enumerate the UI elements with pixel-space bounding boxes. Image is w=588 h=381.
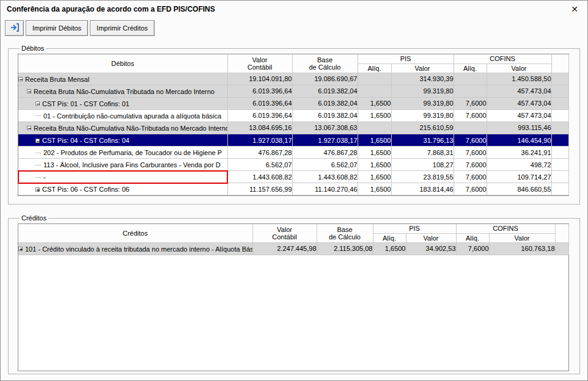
dialog-window: Conferência da apuração de acordo com a … <box>0 0 588 381</box>
print-credits-button[interactable]: Imprimir Créditos <box>90 20 155 36</box>
collapse-icon[interactable] <box>27 89 31 93</box>
tree-cell[interactable]: 01 - Contribuição não-cumulativa apurada… <box>18 109 227 122</box>
tree-cell[interactable]: CST Pis: 06 - CST Cofins: 06 <box>18 183 227 195</box>
base-calculo-cell: 19.086.690,67 <box>292 73 358 85</box>
tree-cell[interactable]: Receita Bruta Não-Cumulativa Tributada n… <box>18 85 227 97</box>
collapse-icon[interactable] <box>35 139 40 143</box>
valor-contabil-cell: 6.019.396,64 <box>227 109 292 122</box>
cofins-valor-cell: 457.473,04 <box>487 85 551 97</box>
pis-aliq-cell: 1,6500 <box>373 242 406 255</box>
base-calculo-cell: 6.562,07 <box>292 159 358 171</box>
tree-cell[interactable]: 202 - Produtos de Perfumaria, de Toucado… <box>18 147 227 159</box>
table-row[interactable]: Receita Bruta Não-Cumulativa Tributada n… <box>18 85 568 97</box>
table-row[interactable]: Receita Bruta Não-Cumulativa Não-Tributa… <box>18 122 568 134</box>
row-label: 01 - Contribuição não-cumulativa apurada… <box>43 112 221 120</box>
tree-branch-line <box>35 177 41 178</box>
col-header-cofins: COFINS <box>454 54 551 64</box>
table-row[interactable]: 101 - Crédito vinculado à receita tribut… <box>18 242 568 255</box>
pis-aliq-cell: 1,6500 <box>358 159 391 171</box>
table-row[interactable]: -1.443.608,821.443.608,821,650023.819,55… <box>18 171 568 183</box>
cofins-aliq-cell <box>454 122 487 134</box>
pis-aliq-cell: 1,6500 <box>358 109 391 122</box>
pis-valor-cell: 99.319,80 <box>391 85 454 97</box>
col-header-pis-valor: Valor <box>406 233 456 242</box>
tree-cell[interactable]: Receita Bruta Não-Cumulativa Não-Tributa… <box>18 122 227 134</box>
valor-contabil-cell: 6.019.396,64 <box>227 85 292 97</box>
print-debits-button[interactable]: Imprimir Débitos <box>26 20 88 36</box>
col-header-pis-valor: Valor <box>391 64 454 73</box>
table-row[interactable]: CST Pis: 06 - CST Cofins: 0611.157.656,9… <box>18 183 568 195</box>
tree-branch-line <box>35 115 41 116</box>
tree-indent <box>18 140 35 141</box>
tree-cell-red-annotation[interactable]: - <box>18 171 227 183</box>
cofins-aliq-cell: 7,6000 <box>454 97 487 109</box>
tree-indent <box>18 177 35 178</box>
tree-cell[interactable]: CST Pis: 01 - CST Cofins: 01 <box>18 97 227 109</box>
table-row[interactable]: CST Pis: 01 - CST Cofins: 016.019.396,64… <box>18 97 568 109</box>
filler-cell <box>551 109 568 122</box>
valor-contabil-cell: 13.084.695,16 <box>227 122 292 134</box>
creditos-grid: Créditos Valor Contábil Base de Cálculo … <box>18 223 569 371</box>
cofins-valor-cell: 993.115,46 <box>487 122 551 134</box>
base-calculo-cell: 6.019.382,04 <box>292 85 358 97</box>
exit-button[interactable] <box>5 20 24 36</box>
filler-cell <box>551 147 568 159</box>
col-header-valor-contabil: Valor Contábil <box>252 224 317 242</box>
cofins-aliq-cell: 7,6000 <box>456 242 489 255</box>
cofins-valor-cell: 457.473,04 <box>487 97 551 109</box>
col-header-pis: PIS <box>373 224 456 233</box>
col-header-filler <box>555 224 568 242</box>
row-label: 113 - Álcool, Inclusive para Fins Carbur… <box>43 161 221 169</box>
row-label: 202 - Produtos de Perfumaria, de Toucado… <box>43 149 222 156</box>
base-calculo-cell: 1.443.608,82 <box>292 171 358 183</box>
row-label: Receita Bruta Não-Cumulativa Não-Tributa… <box>34 125 227 132</box>
pis-aliq-cell: 1,6500 <box>358 147 391 159</box>
row-label: Receita Bruta Mensal <box>25 76 89 83</box>
expand-icon[interactable] <box>35 187 40 192</box>
valor-contabil-cell: 1.443.608,82 <box>227 171 292 183</box>
table-row[interactable]: Receita Bruta Mensal19.104.091,8019.086.… <box>18 73 568 85</box>
col-header-creditos: Créditos <box>18 224 252 242</box>
table-row[interactable]: 01 - Contribuição não-cumulativa apurada… <box>18 109 568 122</box>
base-calculo-cell: 2.115.305,08 <box>317 242 373 255</box>
filler-cell <box>551 171 568 183</box>
tree-cell[interactable]: Receita Bruta Mensal <box>18 73 227 85</box>
collapse-icon[interactable] <box>27 126 31 130</box>
debitos-groupbox: Débitos Débitos Valor Contábil <box>8 45 580 205</box>
row-label: CST Pis: 01 - CST Cofins: 01 <box>42 100 130 107</box>
col-header-pis: PIS <box>358 54 454 64</box>
creditos-group-label: Créditos <box>20 214 48 222</box>
filler-cell <box>555 242 568 255</box>
valor-contabil-cell: 11.157.656,99 <box>227 183 292 195</box>
collapse-icon[interactable] <box>35 101 40 106</box>
pis-valor-cell: 183.814,46 <box>391 183 454 195</box>
col-header-cofins: COFINS <box>456 224 555 233</box>
title-bar: Conferência da apuração de acordo com a … <box>1 1 587 18</box>
expand-icon[interactable] <box>18 247 23 251</box>
cofins-valor-cell: 498,72 <box>487 159 551 171</box>
filler-cell <box>551 183 568 195</box>
table-row[interactable]: 202 - Produtos de Perfumaria, de Toucado… <box>18 147 568 159</box>
pis-valor-cell: 99.319,80 <box>391 97 454 109</box>
table-row[interactable]: 113 - Álcool, Inclusive para Fins Carbur… <box>18 159 568 171</box>
col-header-base-calculo: Base de Cálculo <box>292 54 358 73</box>
table-row[interactable]: CST Pis: 04 - CST Cofins: 041.927.038,17… <box>18 134 568 146</box>
pis-valor-cell: 23.819,55 <box>391 171 454 183</box>
tree-cell[interactable]: CST Pis: 04 - CST Cofins: 04 <box>18 134 227 146</box>
debitos-group-label: Débitos <box>20 45 46 52</box>
filler-cell <box>551 73 568 85</box>
close-button[interactable]: ✕ <box>567 1 582 17</box>
cofins-valor-cell: 846.660,55 <box>487 183 551 195</box>
tree-cell[interactable]: 101 - Crédito vinculado à receita tribut… <box>18 242 252 255</box>
pis-aliq-cell <box>358 73 391 85</box>
cofins-valor-cell: 109.714,27 <box>487 171 551 183</box>
valor-contabil-cell: 6.562,07 <box>227 159 292 171</box>
cofins-aliq-cell: 7,6000 <box>454 183 487 195</box>
pis-aliq-cell <box>358 85 391 97</box>
row-label: Receita Bruta Não-Cumulativa Tributada n… <box>34 88 215 95</box>
tree-cell[interactable]: 113 - Álcool, Inclusive para Fins Carbur… <box>18 159 227 171</box>
collapse-icon[interactable] <box>18 77 23 81</box>
col-header-base-calculo: Base de Cálculo <box>317 224 373 242</box>
tree-indent <box>18 153 35 153</box>
cofins-aliq-cell: 7,6000 <box>454 171 487 183</box>
